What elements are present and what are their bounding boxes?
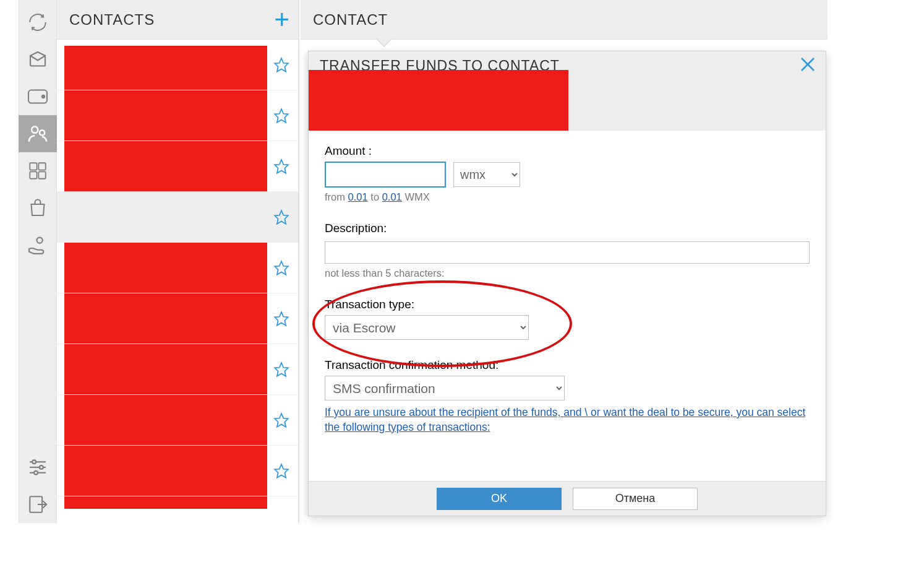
contact-row[interactable] xyxy=(57,141,298,192)
contact-row[interactable] xyxy=(57,243,298,293)
contact-row[interactable] xyxy=(57,344,298,395)
transaction-type-select[interactable]: via Escrow xyxy=(325,315,529,340)
apps-icon[interactable] xyxy=(19,152,57,189)
contact-row[interactable] xyxy=(57,192,298,243)
contacts-title: CONTACTS xyxy=(69,11,155,28)
transaction-security-info-link[interactable]: If you are unsure about the recipient of… xyxy=(325,405,810,435)
star-icon[interactable] xyxy=(273,361,289,378)
star-icon[interactable] xyxy=(273,463,289,479)
cancel-button[interactable]: Отмена xyxy=(573,488,698,510)
svg-point-1 xyxy=(42,95,45,98)
svg-marker-19 xyxy=(275,210,288,224)
transfer-dialog: TRANSFER FUNDS TO CONTACT Amount : wmx f… xyxy=(308,51,826,516)
contacts-icon[interactable] xyxy=(19,115,57,152)
svg-rect-7 xyxy=(38,171,45,178)
contact-row[interactable] xyxy=(57,395,298,446)
svg-marker-24 xyxy=(275,464,288,478)
settings-icon[interactable] xyxy=(19,449,57,486)
max-amount-link[interactable]: 0.01 xyxy=(382,191,402,202)
min-amount-link[interactable]: 0.01 xyxy=(348,191,368,202)
star-icon[interactable] xyxy=(273,108,289,124)
logout-icon[interactable] xyxy=(19,486,57,523)
confirmation-method-label: Transaction confirmation method: xyxy=(325,358,810,372)
contact-row[interactable] xyxy=(57,446,298,496)
amount-label: Amount : xyxy=(325,144,810,158)
star-icon[interactable] xyxy=(273,412,289,428)
svg-point-3 xyxy=(40,130,45,135)
confirmation-select[interactable]: SMS confirmation xyxy=(325,376,565,400)
refresh-icon[interactable] xyxy=(19,4,57,41)
star-icon[interactable] xyxy=(273,209,289,225)
description-input[interactable] xyxy=(325,241,810,264)
amount-hint: from 0.01 to 0.01 WMX xyxy=(325,191,810,203)
ok-button[interactable]: OK xyxy=(437,488,562,510)
star-icon[interactable] xyxy=(273,57,289,73)
description-hint: not less than 5 characters: xyxy=(325,267,810,279)
dialog-footer: OK Отмена xyxy=(309,481,826,516)
contact-row[interactable] xyxy=(57,293,298,344)
svg-rect-4 xyxy=(30,163,36,170)
star-icon[interactable] xyxy=(273,260,289,276)
svg-rect-5 xyxy=(38,163,45,170)
contacts-panel: CONTACTS + xyxy=(57,0,299,523)
star-icon[interactable] xyxy=(273,311,289,327)
transaction-type-label: Transaction type: xyxy=(325,298,810,311)
svg-marker-22 xyxy=(275,363,288,376)
dialog-header: TRANSFER FUNDS TO CONTACT xyxy=(309,51,826,131)
contact-row[interactable] xyxy=(57,40,298,90)
svg-marker-21 xyxy=(275,312,288,326)
add-contact-button[interactable]: + xyxy=(274,7,289,33)
svg-point-12 xyxy=(40,465,43,469)
svg-point-10 xyxy=(32,460,36,464)
svg-marker-23 xyxy=(275,413,288,427)
currency-select[interactable]: wmx xyxy=(453,162,520,187)
svg-point-8 xyxy=(36,238,42,243)
inbox-icon[interactable] xyxy=(19,41,57,78)
svg-point-14 xyxy=(34,471,38,475)
svg-marker-18 xyxy=(275,160,288,173)
svg-rect-6 xyxy=(30,171,36,178)
redacted-recipient xyxy=(309,70,568,131)
contact-detail-title: CONTACT xyxy=(313,11,388,28)
svg-point-2 xyxy=(32,127,38,133)
star-icon[interactable] xyxy=(273,158,289,175)
contact-row[interactable] xyxy=(57,90,298,141)
sidebar xyxy=(19,0,57,523)
give-icon[interactable] xyxy=(19,227,57,264)
svg-marker-20 xyxy=(275,261,288,275)
close-icon[interactable] xyxy=(798,55,817,74)
svg-marker-17 xyxy=(275,109,288,123)
description-label: Description: xyxy=(325,222,810,235)
contacts-header: CONTACTS + xyxy=(57,0,298,40)
shopping-icon[interactable] xyxy=(19,189,57,227)
svg-marker-16 xyxy=(275,58,288,72)
contact-detail-header: CONTACT xyxy=(301,0,828,40)
wallet-icon[interactable] xyxy=(19,78,57,115)
amount-input[interactable] xyxy=(325,162,446,188)
